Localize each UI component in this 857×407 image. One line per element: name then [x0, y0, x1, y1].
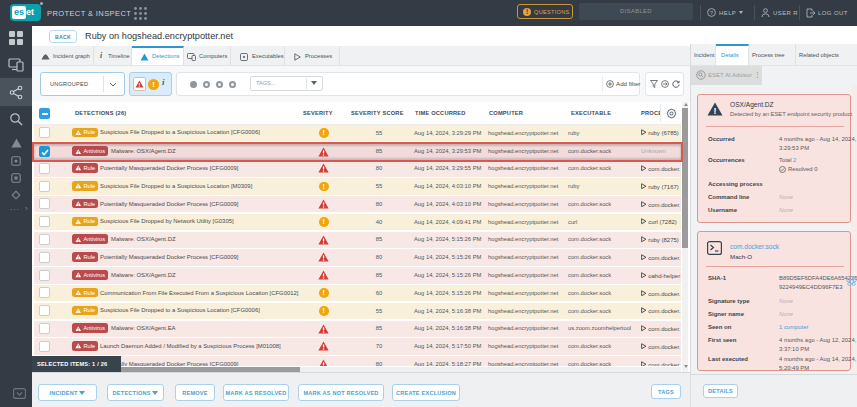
- svg-text:!: !: [714, 106, 717, 116]
